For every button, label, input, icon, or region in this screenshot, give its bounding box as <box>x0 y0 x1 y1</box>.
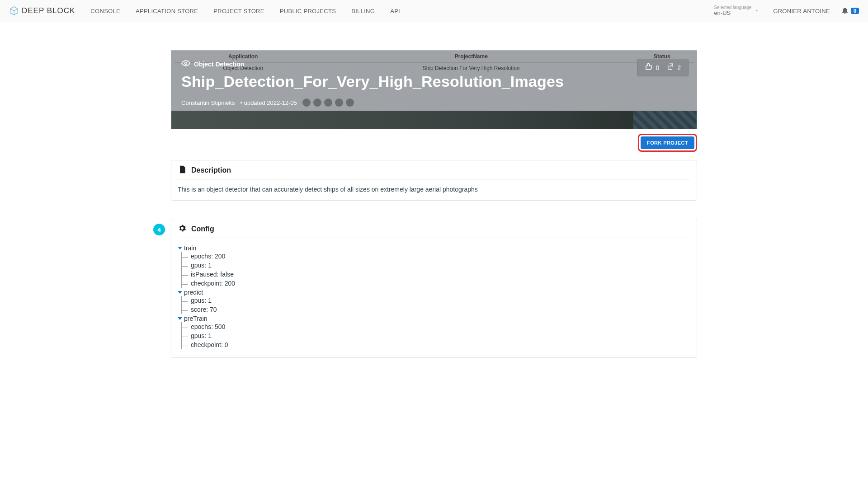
gear-icon <box>178 224 187 234</box>
hero-meta-icons <box>302 99 354 107</box>
tree-leaf: epochs: 500 <box>182 322 690 331</box>
hero-author: Constantin Stipnieks <box>181 99 235 106</box>
tree-name-predict: predict <box>184 289 203 296</box>
nav-links: CONSOLE APPLICATION STORE PROJECT STORE … <box>90 8 400 14</box>
tree-leaf: gpus: 1 <box>182 331 690 340</box>
triangle-down-icon <box>178 247 182 249</box>
tree-name-train: train <box>184 244 196 252</box>
bell-icon <box>841 6 849 16</box>
tree-leaf: epochs: 200 <box>182 252 690 261</box>
fork-row: FORK PROJECT <box>171 129 697 160</box>
page-container: Application ProjectName Status Object De… <box>171 50 697 358</box>
svg-point-2 <box>185 62 187 65</box>
chevron-down-icon[interactable] <box>754 7 760 14</box>
nav-public-projects[interactable]: PUBLIC PROJECTS <box>280 8 336 14</box>
page-title: Ship_Detection_For_Very_High_Resolution_… <box>181 73 687 90</box>
description-title: Description <box>191 166 231 174</box>
description-body: This is an object detector that can accu… <box>178 186 690 193</box>
hero-updated-date: 2022-12-05 <box>267 99 297 106</box>
hero-overlay: Object Detection Ship_Detection_For_Very… <box>171 51 697 129</box>
description-card: Description This is an object detector t… <box>171 160 697 201</box>
hero-app-type: Object Detection <box>194 61 244 68</box>
fork-highlight: FORK PROJECT <box>638 134 697 152</box>
config-tree: train epochs: 200 gpus: 1 isPaused: fals… <box>178 244 690 349</box>
tree-leaf: checkpoint: 200 <box>182 279 690 288</box>
config-title: Config <box>191 225 214 233</box>
nav-billing[interactable]: BILLING <box>351 8 375 14</box>
eye-icon <box>181 59 190 69</box>
deepblock-logo-icon <box>9 6 19 16</box>
navbar: DEEP BLOCK CONSOLE APPLICATION STORE PRO… <box>0 0 868 22</box>
user-menu[interactable]: GRONIER ANTOINE <box>773 8 830 14</box>
notifications-button[interactable]: 0 <box>841 6 859 16</box>
tree-leaf: checkpoint: 0 <box>182 340 690 349</box>
tree-toggle-predict[interactable]: predict <box>178 289 690 296</box>
brand[interactable]: DEEP BLOCK <box>9 6 75 16</box>
fork-project-button[interactable]: FORK PROJECT <box>641 136 694 149</box>
triangle-down-icon <box>178 317 182 320</box>
tree-toggle-train[interactable]: train <box>178 244 690 252</box>
step-badge: 4 <box>153 224 165 235</box>
tree-section-predict: predict gpus: 1 score: 70 <box>178 289 690 314</box>
tree-toggle-pretrain[interactable]: preTrain <box>178 315 690 322</box>
tree-leaf: gpus: 1 <box>182 261 690 270</box>
document-icon <box>178 165 187 175</box>
tree-section-pretrain: preTrain epochs: 500 gpus: 1 checkpoint:… <box>178 315 690 349</box>
tree-leaf: isPaused: false <box>182 270 690 279</box>
hero-updated-prefix: • updated <box>241 99 267 106</box>
nav-api[interactable]: API <box>390 8 400 14</box>
notifications-count: 0 <box>851 8 859 14</box>
nav-project-store[interactable]: PROJECT STORE <box>213 8 264 14</box>
config-card: 4 Config train epochs: 200 gpus: 1 isPau… <box>171 219 697 358</box>
nav-console[interactable]: CONSOLE <box>90 8 120 14</box>
brand-name: DEEP BLOCK <box>22 6 75 15</box>
tree-leaf: score: 70 <box>182 305 690 314</box>
tree-section-train: train epochs: 200 gpus: 1 isPaused: fals… <box>178 244 690 288</box>
tree-leaf: gpus: 1 <box>182 296 690 305</box>
project-hero: Application ProjectName Status Object De… <box>171 50 697 129</box>
triangle-down-icon <box>178 291 182 294</box>
nav-app-store[interactable]: APPLICATION STORE <box>136 8 198 14</box>
tree-name-pretrain: preTrain <box>184 315 208 322</box>
language-selector[interactable]: Selected language en-US <box>714 5 751 16</box>
language-value: en-US <box>714 10 751 16</box>
